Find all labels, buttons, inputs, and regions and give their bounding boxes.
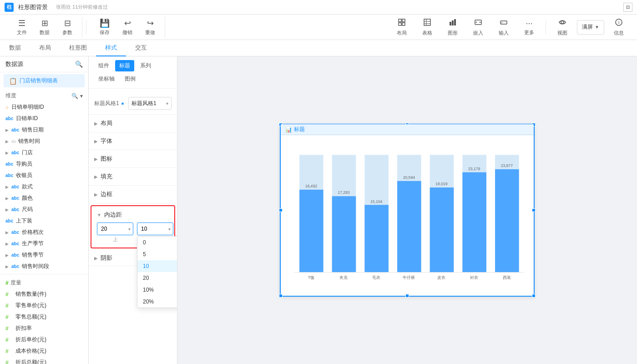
tab-data[interactable]: 数据 [0, 40, 30, 56]
fill-section-toggle[interactable]: ▶ 填充 [94, 172, 172, 181]
bar-0 [299, 190, 324, 273]
resize-handle-bot-right[interactable] [532, 294, 536, 298]
fullscreen-button[interactable]: 满屏 ▼ [577, 20, 604, 35]
resize-handle-mid-left[interactable] [279, 208, 283, 212]
dimension-item-14[interactable]: ▶ abc 销售时间段 [0, 261, 88, 272]
dimension-item-2[interactable]: ▶ abc 销售日期 [0, 124, 88, 136]
tabs-bar: 数据 布局 柱形图 样式 交互 [0, 40, 637, 56]
chart-button[interactable]: 图形 [442, 16, 464, 38]
author-info: 张雨欣 11分钟前修改过 [56, 4, 108, 10]
dim-type-icon-14: abc [11, 264, 19, 269]
dim-name-12: 生产季节 [22, 240, 44, 248]
layout-button[interactable]: 布局 [391, 16, 413, 38]
view-button[interactable]: 视图 [551, 16, 573, 38]
subtab-component[interactable]: 组件 [94, 60, 113, 71]
embed-button[interactable]: 嵌入 [467, 16, 489, 38]
measure-item-5[interactable]: # 成本价格(元) [0, 345, 88, 357]
resize-handle-bot-left[interactable] [279, 294, 283, 298]
dim-name-4: 门店 [22, 149, 33, 157]
tab-layout[interactable]: 布局 [30, 40, 60, 56]
dropdown-option-4[interactable]: 10% [137, 284, 177, 296]
x-label-0: T恤 [308, 275, 314, 280]
dimension-item-10[interactable]: abc 上下装 [0, 215, 88, 227]
icon-section-toggle[interactable]: ▶ 图标 [94, 155, 172, 163]
dropdown-option-5[interactable]: 20% [137, 296, 177, 308]
expand-dimension-icon[interactable]: ▾ [80, 93, 83, 99]
params-button[interactable]: ⊟ 参数 [56, 16, 78, 38]
layout-label: 布局 [397, 30, 407, 36]
save-button[interactable]: 💾 保存 [94, 16, 116, 38]
dim-type-icon-11: abc [11, 230, 19, 235]
input-button[interactable]: 输入 [493, 16, 515, 38]
shadow-label: 阴影 [101, 254, 112, 262]
chart-container[interactable]: 📊 标题 18,492 [280, 124, 535, 297]
dimension-item-0[interactable]: ○ 日销单明细ID [0, 101, 88, 113]
data-button[interactable]: ⊞ 数据 [34, 16, 56, 38]
info-button[interactable]: i 信息 [608, 16, 630, 38]
dropdown-option-3[interactable]: 20 [137, 272, 177, 284]
icon-section: ▶ 图标 [89, 150, 177, 168]
menu-button[interactable]: ☰ 文件 [11, 16, 33, 38]
font-section-toggle[interactable]: ▶ 字体 [94, 137, 172, 145]
dropdown-option-1[interactable]: 5 [137, 248, 177, 260]
expand-arrow-13: ▶ [5, 253, 9, 258]
subtab-series[interactable]: 系列 [136, 60, 155, 71]
inner-padding-arrow: ▼ [97, 212, 101, 217]
measure-item-2[interactable]: # 零售总额(元) [0, 311, 88, 323]
field-list: 维度 🔍 ▾ ○ 日销单明细ID abc 日销单ID ▶ abc 销售日期 [0, 89, 88, 364]
undo-icon: ↩ [124, 18, 131, 28]
subtab-theme[interactable]: 标题 [115, 60, 134, 71]
more-button[interactable]: ··· 更多 [518, 16, 540, 38]
border-section-toggle[interactable]: ▶ 边框 [94, 190, 172, 198]
table-button[interactable]: 表格 [416, 16, 438, 38]
top-padding-input[interactable] [97, 222, 133, 235]
theme-style-select[interactable]: 标题风格1 ▾ [128, 97, 172, 110]
inner-padding-label: 内边距 [104, 211, 122, 219]
dimension-item-7[interactable]: ▶ abc 款式 [0, 181, 88, 192]
measure-item-6[interactable]: # 折后总额(元) [0, 357, 88, 364]
bar-value-0: 18,492 [305, 184, 318, 188]
layout-section-toggle[interactable]: ▶ 布局 [94, 119, 172, 127]
fill-arrow: ▶ [94, 174, 98, 179]
dim-name-8: 颜色 [22, 194, 33, 202]
dimension-item-6[interactable]: abc 收银员 [0, 170, 88, 181]
bar-value-6: 23,877 [501, 163, 513, 168]
dimension-item-3[interactable]: ▶ ▭ 销售时间 [0, 136, 88, 147]
expand-arrow-4: ▶ [5, 151, 9, 155]
resize-handle-bot-center[interactable] [405, 294, 409, 298]
measure-name-5: 成本价格(元) [15, 347, 46, 355]
sidebar-search-button[interactable]: 🔍 [75, 61, 83, 68]
dimension-item-1[interactable]: abc 日销单ID [0, 113, 88, 124]
tab-style[interactable]: 样式 [96, 40, 126, 56]
redo-button[interactable]: ↪ 重做 [139, 16, 161, 38]
dropdown-option-2[interactable]: 10 [137, 260, 177, 272]
subtab-legend[interactable]: 图例 [121, 73, 140, 85]
dimension-item-9[interactable]: ▶ abc 尺码 [0, 204, 88, 215]
dim-name-2: 销售日期 [22, 126, 44, 134]
restore-button[interactable]: ⊡ [623, 3, 632, 12]
measure-item-1[interactable]: # 零售单价(元) [0, 300, 88, 311]
inner-padding-toggle[interactable]: ▼ 内边距 [97, 211, 169, 219]
view-label: 视图 [557, 30, 567, 36]
measure-item-0[interactable]: # 销售数量(件) [0, 288, 88, 300]
search-dimension-icon[interactable]: 🔍 [71, 93, 78, 99]
measure-item-3[interactable]: # 折扣率 [0, 323, 88, 334]
datasource-item[interactable]: 📋 门店销售明细表 [4, 74, 85, 87]
dimension-item-5[interactable]: abc 导购员 [0, 158, 88, 170]
resize-handle-mid-right[interactable] [532, 208, 536, 212]
tab-interact[interactable]: 交互 [126, 40, 156, 56]
bottom-padding-input[interactable] [137, 222, 173, 235]
dimension-item-12[interactable]: ▶ abc 生产季节 [0, 238, 88, 249]
dimension-item-4[interactable]: ▶ abc 门店 [0, 147, 88, 158]
measure-item-4[interactable]: # 折后单价(元) [0, 334, 88, 345]
dimension-item-13[interactable]: ▶ abc 销售季节 [0, 249, 88, 261]
undo-button[interactable]: ↩ 撤销 [116, 16, 138, 38]
tab-chart[interactable]: 柱形图 [60, 40, 96, 56]
dimension-item-11[interactable]: ▶ abc 价格档次 [0, 227, 88, 238]
dim-name-3: 销售时间 [18, 137, 40, 145]
subtab-axis[interactable]: 坐标轴 [94, 73, 119, 85]
svg-rect-1 [402, 19, 405, 22]
dropdown-option-0[interactable]: 0 [137, 237, 177, 248]
dimension-item-8[interactable]: ▶ abc 颜色 [0, 192, 88, 204]
icon-arrow: ▶ [94, 157, 98, 162]
